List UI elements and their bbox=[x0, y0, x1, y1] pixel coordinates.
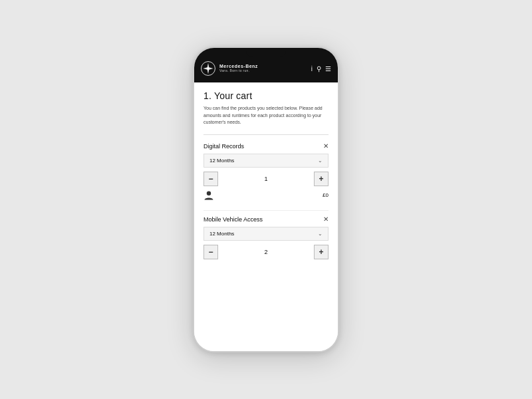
svg-point-2 bbox=[207, 67, 209, 69]
product-header-1: Digital Records ✕ bbox=[203, 143, 329, 150]
product-header-2: Mobile Vehicle Access ✕ bbox=[203, 216, 329, 223]
quantity-decrease-1[interactable]: − bbox=[203, 172, 218, 186]
product-name-2: Mobile Vehicle Access bbox=[203, 216, 263, 223]
phone-frame: Mercedes-Benz Vans. Born to run. i ⚲ ☰ 1… bbox=[193, 47, 339, 352]
quantity-decrease-2[interactable]: − bbox=[203, 245, 218, 259]
quantity-increase-2[interactable]: + bbox=[314, 245, 329, 259]
remove-button-2[interactable]: ✕ bbox=[323, 216, 329, 223]
duration-dropdown-1[interactable]: 12 Months ⌄ bbox=[203, 154, 329, 168]
brand-tagline: Vans. Born to run. bbox=[219, 69, 258, 73]
dropdown-arrow-2: ⌄ bbox=[318, 231, 323, 237]
duration-dropdown-2[interactable]: 12 Months ⌄ bbox=[203, 227, 329, 241]
quantity-increase-1[interactable]: + bbox=[314, 172, 329, 186]
svg-point-3 bbox=[207, 191, 211, 195]
nav-icons: i ⚲ ☰ bbox=[311, 65, 331, 72]
card-divider bbox=[203, 210, 329, 211]
info-icon[interactable]: i bbox=[311, 65, 313, 72]
duration-label-2: 12 Months bbox=[209, 231, 234, 237]
content-area: 1. Your cart You can find the products y… bbox=[194, 82, 338, 352]
duration-label-1: 12 Months bbox=[209, 158, 234, 164]
search-icon[interactable]: ⚲ bbox=[317, 65, 321, 72]
section-divider bbox=[203, 134, 329, 135]
nav-logo: Mercedes-Benz Vans. Born to run. bbox=[201, 61, 258, 76]
quantity-value-1: 1 bbox=[218, 176, 314, 182]
price-row-1: £0 bbox=[203, 190, 329, 201]
quantity-row-1: − 1 + bbox=[203, 172, 329, 186]
quantity-row-2: − 2 + bbox=[203, 245, 329, 259]
quantity-value-2: 2 bbox=[218, 249, 314, 255]
cart-title: 1. Your cart bbox=[203, 90, 329, 101]
remove-button-1[interactable]: ✕ bbox=[323, 143, 329, 150]
mb-star-icon bbox=[201, 61, 215, 76]
menu-icon[interactable]: ☰ bbox=[325, 65, 331, 72]
nav-brand: Mercedes-Benz Vans. Born to run. bbox=[219, 64, 258, 72]
price-value-1: £0 bbox=[323, 192, 329, 198]
person-icon-1 bbox=[203, 190, 214, 201]
product-card-mobile-vehicle-access: Mobile Vehicle Access ✕ 12 Months ⌄ − 2 … bbox=[203, 216, 329, 259]
phone-notch bbox=[246, 48, 286, 57]
product-name-1: Digital Records bbox=[203, 143, 244, 150]
cart-description: You can find the products you selected b… bbox=[203, 105, 329, 126]
dropdown-arrow-1: ⌄ bbox=[318, 158, 323, 164]
product-card-digital-records: Digital Records ✕ 12 Months ⌄ − 1 + £0 bbox=[203, 143, 329, 201]
